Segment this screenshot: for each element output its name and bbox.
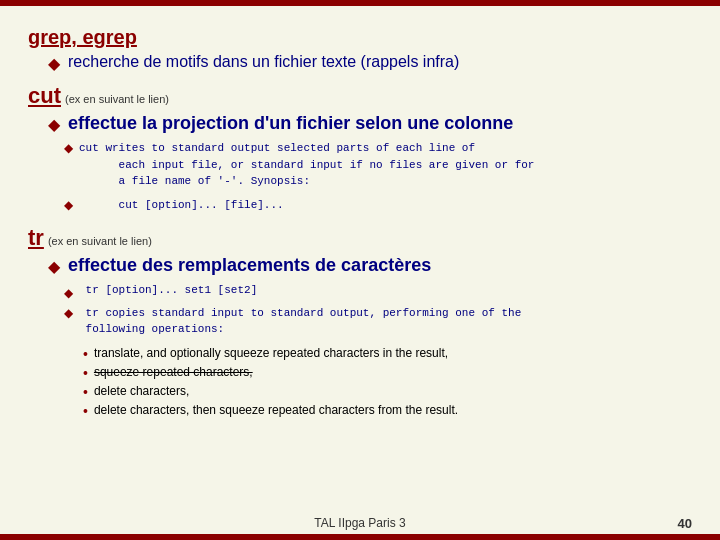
- grep-bullet-diamond: ◆: [48, 54, 60, 73]
- cut-code2-diamond: ◆: [64, 198, 73, 212]
- bottom-border: [0, 534, 720, 540]
- bullet-item-2: • squeeze repeated characters,: [83, 365, 692, 381]
- bullet-text-3: delete characters,: [94, 384, 189, 398]
- tr-paren: (ex en suivant le lien): [48, 235, 152, 247]
- cut-code2-block: ◆ cut [option]... [file]...: [64, 197, 692, 218]
- bullet-dot-4: •: [83, 403, 88, 419]
- section-tr: tr (ex en suivant le lien) ◆ effectue de…: [28, 225, 692, 419]
- cut-effectue-text: effectue la projection d'un fichier selo…: [68, 113, 513, 134]
- tr-header: tr (ex en suivant le lien): [28, 225, 692, 251]
- bullet-text-2: squeeze repeated characters,: [94, 365, 253, 379]
- tr-copies-text: tr copies standard input to standard out…: [79, 305, 521, 338]
- top-border: [0, 0, 720, 6]
- grep-bullet-item: ◆ recherche de motifs dans un fichier te…: [48, 53, 692, 73]
- section-cut: cut (ex en suivant le lien) ◆ effectue l…: [28, 83, 692, 217]
- bullet-text-4: delete characters, then squeeze repeated…: [94, 403, 458, 417]
- cut-paren: (ex en suivant le lien): [65, 93, 169, 105]
- grep-bullet-text: recherche de motifs dans un fichier text…: [68, 53, 459, 71]
- cut-code1-diamond: ◆: [64, 141, 73, 155]
- bullet-dot-3: •: [83, 384, 88, 400]
- grep-title: grep, egrep: [28, 26, 692, 49]
- bullet-dot-2: •: [83, 365, 88, 381]
- tr-effectue-diamond: ◆: [48, 257, 60, 276]
- tr-title: tr: [28, 225, 44, 251]
- bullet-item-3: • delete characters,: [83, 384, 692, 400]
- cut-code1-text: cut writes to standard output selected p…: [79, 140, 534, 190]
- tr-copies-block: ◆ tr copies standard input to standard o…: [64, 305, 692, 342]
- cut-code1-block: ◆ cut writes to standard output selected…: [64, 140, 692, 194]
- tr-code1-diamond: ◆: [64, 286, 73, 300]
- cut-effectue-line: ◆ effectue la projection d'un fichier se…: [48, 113, 692, 134]
- tr-bullet-list: • translate, and optionally squeeze repe…: [83, 346, 692, 419]
- section-grep: grep, egrep ◆ recherche de motifs dans u…: [28, 26, 692, 73]
- cut-code2-text: cut [option]... [file]...: [79, 197, 284, 214]
- footer: TAL IIpga Paris 3 40: [0, 516, 720, 530]
- tr-code1-block: ◆ tr [option]... set1 [set2]: [64, 282, 692, 303]
- bullet-text-1: translate, and optionally squeeze repeat…: [94, 346, 448, 360]
- footer-page: 40: [678, 516, 692, 531]
- tr-effectue-line: ◆ effectue des remplacements de caractèr…: [48, 255, 692, 276]
- cut-header: cut (ex en suivant le lien): [28, 83, 692, 109]
- tr-effectue-text: effectue des remplacements de caractères: [68, 255, 431, 276]
- footer-text: TAL IIpga Paris 3: [28, 516, 692, 530]
- cut-title: cut: [28, 83, 61, 109]
- bullet-dot-1: •: [83, 346, 88, 362]
- tr-code1-text: tr [option]... set1 [set2]: [79, 282, 257, 299]
- tr-copies-diamond: ◆: [64, 306, 73, 320]
- slide: grep, egrep ◆ recherche de motifs dans u…: [0, 0, 720, 540]
- cut-effectue-diamond: ◆: [48, 115, 60, 134]
- bullet-item-1: • translate, and optionally squeeze repe…: [83, 346, 692, 362]
- bullet-item-4: • delete characters, then squeeze repeat…: [83, 403, 692, 419]
